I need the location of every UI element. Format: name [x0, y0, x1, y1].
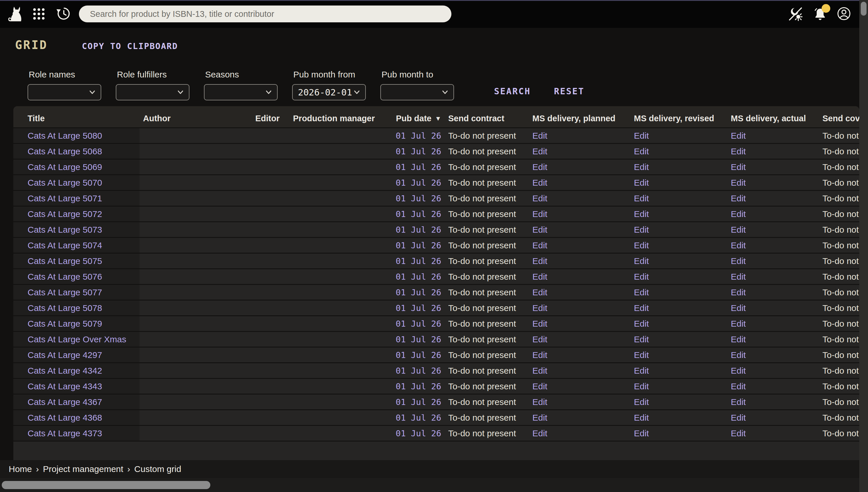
- column-header-send-cover[interactable]: Send cover: [819, 114, 859, 123]
- search-button[interactable]: SEARCH: [494, 86, 530, 96]
- ms-delivery-planned-edit-link[interactable]: Edit: [532, 303, 547, 313]
- ms-delivery-revised-edit-link[interactable]: Edit: [634, 366, 649, 376]
- horizontal-scrollbar-thumb[interactable]: [2, 481, 210, 489]
- title-link[interactable]: Cats At Large 5072: [28, 209, 102, 219]
- ms-delivery-revised-edit-link[interactable]: Edit: [634, 256, 649, 266]
- pub-date-link[interactable]: 01 Jul 26: [396, 256, 441, 266]
- ms-delivery-revised-edit-link[interactable]: Edit: [634, 147, 649, 156]
- breadcrumb-home[interactable]: Home: [9, 464, 32, 474]
- ms-delivery-revised-edit-link[interactable]: Edit: [634, 162, 649, 172]
- seasons-select[interactable]: [204, 84, 278, 100]
- title-link[interactable]: Cats At Large 5078: [28, 303, 102, 313]
- ms-delivery-actual-edit-link[interactable]: Edit: [731, 209, 746, 219]
- pub-date-link[interactable]: 01 Jul 26: [396, 428, 441, 438]
- title-link[interactable]: Cats At Large 5068: [28, 147, 102, 156]
- vertical-scrollbar[interactable]: [859, 0, 868, 492]
- ms-delivery-planned-edit-link[interactable]: Edit: [532, 335, 547, 344]
- ms-delivery-planned-edit-link[interactable]: Edit: [532, 162, 547, 172]
- grid-tab[interactable]: GRID: [15, 38, 48, 52]
- cat-logo-icon[interactable]: [7, 5, 26, 23]
- ms-delivery-actual-edit-link[interactable]: Edit: [731, 397, 746, 407]
- ms-delivery-revised-edit-link[interactable]: Edit: [634, 397, 649, 407]
- ms-delivery-actual-edit-link[interactable]: Edit: [731, 178, 746, 188]
- ms-delivery-planned-edit-link[interactable]: Edit: [532, 350, 547, 360]
- ms-delivery-revised-edit-link[interactable]: Edit: [634, 413, 649, 423]
- ms-delivery-actual-edit-link[interactable]: Edit: [731, 288, 746, 297]
- ms-delivery-revised-edit-link[interactable]: Edit: [634, 241, 649, 250]
- title-link[interactable]: Cats At Large 5079: [28, 319, 102, 329]
- title-link[interactable]: Cats At Large 5076: [28, 272, 102, 282]
- pub-date-link[interactable]: 01 Jul 26: [396, 366, 441, 376]
- ms-delivery-revised-edit-link[interactable]: Edit: [634, 194, 649, 203]
- column-header-editor[interactable]: Editor: [252, 114, 290, 123]
- title-link[interactable]: Cats At Large 4342: [28, 366, 102, 376]
- column-header-ms-delivery-revised[interactable]: MS delivery, revised: [630, 114, 727, 123]
- history-icon[interactable]: [56, 6, 71, 22]
- ms-delivery-planned-edit-link[interactable]: Edit: [532, 178, 547, 188]
- ms-delivery-actual-edit-link[interactable]: Edit: [731, 256, 746, 266]
- role-fulfillers-select[interactable]: [116, 84, 190, 100]
- title-link[interactable]: Cats At Large 4373: [28, 428, 102, 438]
- ms-delivery-planned-edit-link[interactable]: Edit: [532, 366, 547, 376]
- column-header-title[interactable]: Title: [13, 114, 140, 123]
- pub-date-link[interactable]: 01 Jul 26: [396, 194, 441, 203]
- ms-delivery-actual-edit-link[interactable]: Edit: [731, 350, 746, 360]
- title-link[interactable]: Cats At Large 4368: [28, 413, 102, 423]
- pub-date-link[interactable]: 01 Jul 26: [396, 382, 441, 391]
- ms-delivery-actual-edit-link[interactable]: Edit: [731, 241, 746, 250]
- ms-delivery-actual-edit-link[interactable]: Edit: [731, 147, 746, 156]
- pub-date-link[interactable]: 01 Jul 26: [396, 288, 441, 297]
- title-link[interactable]: Cats At Large 4367: [28, 397, 102, 407]
- search-input[interactable]: [79, 5, 451, 22]
- title-link[interactable]: Cats At Large 5069: [28, 162, 102, 172]
- horizontal-scrollbar[interactable]: [0, 478, 859, 492]
- column-header-author[interactable]: Author: [140, 114, 252, 123]
- ms-delivery-planned-edit-link[interactable]: Edit: [532, 397, 547, 407]
- pub-date-link[interactable]: 01 Jul 26: [396, 178, 441, 188]
- pub-date-link[interactable]: 01 Jul 26: [396, 413, 441, 423]
- pub-date-link[interactable]: 01 Jul 26: [396, 225, 441, 235]
- ms-delivery-planned-edit-link[interactable]: Edit: [532, 382, 547, 391]
- ms-delivery-planned-edit-link[interactable]: Edit: [532, 319, 547, 329]
- ms-delivery-actual-edit-link[interactable]: Edit: [731, 303, 746, 313]
- ms-delivery-planned-edit-link[interactable]: Edit: [532, 209, 547, 219]
- pub-date-link[interactable]: 01 Jul 26: [396, 335, 441, 344]
- ms-delivery-planned-edit-link[interactable]: Edit: [532, 147, 547, 156]
- account-avatar-icon[interactable]: [836, 6, 852, 22]
- ms-delivery-revised-edit-link[interactable]: Edit: [634, 209, 649, 219]
- title-link[interactable]: Cats At Large 5080: [28, 131, 102, 141]
- pub-date-link[interactable]: 01 Jul 26: [396, 272, 441, 282]
- ms-delivery-revised-edit-link[interactable]: Edit: [634, 225, 649, 235]
- ms-delivery-planned-edit-link[interactable]: Edit: [532, 272, 547, 282]
- ms-delivery-revised-edit-link[interactable]: Edit: [634, 335, 649, 344]
- column-header-ms-delivery-actual[interactable]: MS delivery, actual: [727, 114, 819, 123]
- pub-date-link[interactable]: 01 Jul 26: [396, 241, 441, 250]
- ms-delivery-planned-edit-link[interactable]: Edit: [532, 241, 547, 250]
- ms-delivery-revised-edit-link[interactable]: Edit: [634, 303, 649, 313]
- ms-delivery-planned-edit-link[interactable]: Edit: [532, 225, 547, 235]
- breadcrumb-project-management[interactable]: Project management: [43, 464, 123, 474]
- ms-delivery-actual-edit-link[interactable]: Edit: [731, 428, 746, 438]
- ms-delivery-planned-edit-link[interactable]: Edit: [532, 194, 547, 203]
- ms-delivery-revised-edit-link[interactable]: Edit: [634, 288, 649, 297]
- pub-date-link[interactable]: 01 Jul 26: [396, 147, 441, 156]
- column-header-production-manager[interactable]: Production manager: [290, 114, 390, 123]
- title-link[interactable]: Cats At Large 5073: [28, 225, 102, 235]
- title-link[interactable]: Cats At Large 4297: [28, 350, 102, 360]
- title-link[interactable]: Cats At Large 5075: [28, 256, 102, 266]
- column-header-pub-date[interactable]: Pub date ▼: [390, 114, 445, 123]
- role-names-select[interactable]: [28, 84, 101, 100]
- ms-delivery-actual-edit-link[interactable]: Edit: [731, 162, 746, 172]
- ms-delivery-revised-edit-link[interactable]: Edit: [634, 428, 649, 438]
- ms-delivery-actual-edit-link[interactable]: Edit: [731, 131, 746, 141]
- ms-delivery-revised-edit-link[interactable]: Edit: [634, 350, 649, 360]
- copy-to-clipboard-button[interactable]: COPY TO CLIPBOARD: [82, 41, 178, 51]
- pub-date-link[interactable]: 01 Jul 26: [396, 131, 441, 141]
- ms-delivery-revised-edit-link[interactable]: Edit: [634, 131, 649, 141]
- vertical-scrollbar-thumb[interactable]: [861, 2, 867, 16]
- notification-bell-icon[interactable]: [812, 6, 828, 22]
- ms-delivery-revised-edit-link[interactable]: Edit: [634, 272, 649, 282]
- pub-date-link[interactable]: 01 Jul 26: [396, 303, 441, 313]
- title-link[interactable]: Cats At Large 5074: [28, 241, 102, 250]
- ms-delivery-revised-edit-link[interactable]: Edit: [634, 178, 649, 188]
